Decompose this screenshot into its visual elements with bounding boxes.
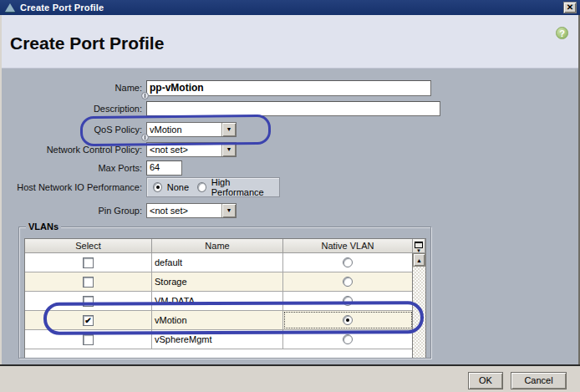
host-network-io-performance-group: None High Performance [146, 177, 280, 197]
qos-policy-dropdown[interactable]: vMotion ▼ [146, 122, 237, 137]
vlans-table: Select Name Native VLAN ✔ default ✔ Stor… [24, 238, 426, 358]
vlan-name: default [152, 253, 283, 272]
native-vlan-radio[interactable] [343, 257, 353, 267]
table-row[interactable]: ✔ VM-DATA [25, 292, 425, 311]
close-icon[interactable]: ✕ [563, 2, 577, 13]
title-bar[interactable]: Create Port Profile ✕ [0, 0, 580, 15]
table-row-vmotion[interactable]: ✔ vMotion [25, 311, 425, 330]
native-vlan-radio[interactable] [343, 277, 353, 287]
max-ports-label: Max Ports: [0, 163, 142, 173]
radio-none-label: None [167, 182, 189, 192]
select-checkbox[interactable]: ✔ [83, 277, 94, 288]
cancel-button[interactable]: Cancel [511, 372, 567, 389]
page-title: Create Port Profile [10, 33, 164, 53]
select-checkbox[interactable]: ✔ [83, 296, 94, 307]
vlan-name: vSphereMgmt [152, 330, 283, 349]
vlans-table-body: ✔ default ✔ Storage ✔ VM-DATA ✔ vMotion [25, 253, 425, 358]
help-icon[interactable]: ? [556, 27, 568, 39]
native-vlan-radio[interactable] [343, 315, 353, 325]
native-vlan-radio[interactable] [343, 296, 353, 306]
chevron-down-icon[interactable]: ▼ [221, 204, 236, 217]
table-row[interactable]: ✔ vSphereMgmt [25, 330, 425, 349]
column-header-name[interactable]: Name [152, 239, 283, 253]
dialog-header: Create Port Profile ? [2, 15, 578, 69]
chevron-down-icon[interactable]: ▼ [221, 123, 236, 136]
vlans-table-header: Select Name Native VLAN [25, 239, 425, 253]
select-checkbox[interactable]: ✔ [83, 315, 94, 326]
vlan-name: Storage [152, 272, 283, 291]
pin-group-label: Pin Group: [0, 206, 142, 216]
dialog-footer: OK Cancel [0, 364, 580, 392]
table-row[interactable]: ✔ Storage [25, 272, 425, 292]
network-control-policy-label: Network Control Policy: [0, 145, 142, 155]
radio-none[interactable] [153, 182, 162, 192]
column-header-native-vlan[interactable]: Native VLAN [283, 239, 413, 253]
info-marker-icon [141, 134, 149, 141]
ok-button[interactable]: OK [468, 372, 503, 389]
window-title: Create Port Profile [20, 3, 104, 13]
scroll-up-icon[interactable]: ▲ [413, 253, 425, 267]
column-header-select[interactable]: Select [25, 239, 152, 253]
native-vlan-radio[interactable] [343, 334, 353, 344]
create-port-profile-dialog: Create Port Profile ✕ Create Port Profil… [0, 0, 580, 392]
vlans-group-label: VLANs [26, 221, 61, 232]
name-label: Name: [0, 83, 142, 93]
table-customize-button[interactable] [413, 239, 425, 253]
select-checkbox[interactable]: ✔ [83, 334, 94, 345]
chevron-down-icon[interactable]: ▼ [221, 143, 236, 156]
vlan-name: VM-DATA [152, 292, 283, 310]
info-marker-icon [141, 92, 149, 99]
host-network-io-performance-label: Host Network IO Performance: [0, 182, 142, 192]
description-label: Description: [0, 104, 142, 114]
radio-high-performance-label: High Performance [211, 177, 276, 197]
vertical-scrollbar[interactable]: ▲ [412, 253, 425, 358]
app-pyramid-icon [5, 3, 15, 12]
pin-group-value: <not set> [147, 206, 221, 216]
pin-group-dropdown[interactable]: <not set> ▼ [146, 203, 237, 218]
vlans-groupbox: VLANs Select Name Native VLAN ✔ default … [18, 227, 431, 359]
network-control-policy-dropdown[interactable]: <not set> ▼ [146, 142, 237, 157]
qos-policy-value: vMotion [147, 125, 221, 135]
vlan-name: vMotion [152, 311, 283, 329]
radio-high-performance[interactable] [197, 182, 206, 192]
network-control-policy-value: <not set> [147, 145, 221, 155]
name-input[interactable]: pp-vMotion [146, 80, 431, 96]
check-icon: ✔ [84, 316, 91, 325]
max-ports-input[interactable]: 64 [146, 160, 182, 176]
table-row[interactable]: ✔ default [25, 253, 425, 272]
description-input[interactable] [146, 101, 440, 116]
qos-policy-label: QoS Policy: [0, 125, 142, 135]
select-checkbox[interactable]: ✔ [83, 257, 94, 268]
table-columns-icon [415, 242, 423, 248]
